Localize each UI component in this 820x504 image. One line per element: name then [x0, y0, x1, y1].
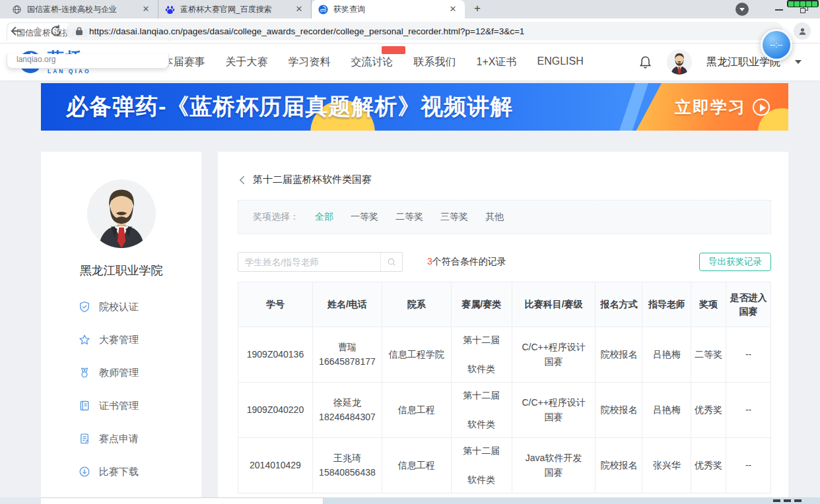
column-header: 院系 — [382, 282, 451, 327]
column-header: 奖项 — [691, 282, 726, 327]
sidebar-item-label: 证书管理 — [99, 400, 139, 412]
browser-tab-3-active[interactable]: 获奖查询 ✕ — [312, 0, 465, 18]
table-cell: Java软件开发国赛 — [512, 438, 596, 493]
main-panel: 第十二届蓝桥杯软件类国赛 奖项选择： 全部 一等奖 二等奖 三等奖 其他 3个符… — [218, 152, 788, 504]
tab-search-button[interactable] — [735, 3, 749, 16]
nav-forum[interactable]: 交流讨论 — [351, 55, 393, 69]
sidebar-item-school-cert[interactable]: 院校认证 — [41, 290, 201, 323]
column-header: 赛属/赛类 — [451, 282, 512, 327]
sidebar-item-teacher-mgmt[interactable]: 教师管理 — [41, 356, 201, 389]
browser-profile-button[interactable] — [794, 22, 811, 40]
browser-status-bubble — [41, 497, 324, 504]
sidebar-item-certificate-mgmt[interactable]: 证书管理 — [41, 389, 201, 422]
table-cell: 王兆琦15840856438 — [312, 438, 382, 493]
user-avatar[interactable] — [667, 49, 692, 75]
table-header-row: 学号姓名/电话院系赛属/赛类比赛科目/赛级报名方式指导老师奖项是否进入国赛 — [238, 282, 771, 327]
chevron-down-icon[interactable] — [795, 60, 802, 64]
search-button[interactable] — [380, 253, 402, 271]
column-header: 是否进入国赛 — [726, 282, 771, 327]
sidebar: 黑龙江职业学院 院校认证 大赛管理 教师管理 证书管理 赛点申请 — [41, 152, 201, 504]
table-cell: 第十二届软件类 — [451, 438, 512, 493]
nav-contact[interactable]: 联系我们 — [414, 55, 456, 69]
reload-icon[interactable] — [49, 24, 63, 38]
tab-title: 蓝桥杯大赛官网_百度搜索 — [180, 4, 289, 15]
globe-icon — [12, 5, 22, 15]
table-cell: 院校报名 — [596, 438, 642, 493]
baidu-icon — [165, 5, 175, 15]
browser-tab-1[interactable]: 国信蓝桥-连接高校与企业 ✕ — [5, 0, 158, 18]
filter-option-all[interactable]: 全部 — [315, 211, 333, 223]
shield-check-icon — [79, 301, 90, 313]
search-input[interactable] — [238, 257, 380, 267]
table-cell: 吕艳梅 — [642, 327, 691, 383]
column-header: 学号 — [238, 282, 313, 327]
search-icon — [387, 257, 397, 267]
award-filter-bar: 奖项选择： 全部 一等奖 二等奖 三等奖 其他 — [238, 200, 771, 234]
main-nav: 蓝桥杯 本届赛事 关于大赛 学习资料 交流讨论 联系我们 1+X证书 ENGLI… — [111, 55, 584, 69]
awards-table: 学号姓名/电话院系赛属/赛类比赛科目/赛级报名方式指导老师奖项是否进入国赛 19… — [238, 282, 771, 493]
sidebar-item-label: 教师管理 — [99, 367, 139, 379]
battery-indicator — [787, 0, 819, 7]
nav-study-materials[interactable]: 学习资料 — [289, 55, 331, 69]
filter-option-other[interactable]: 其他 — [485, 211, 504, 223]
sidebar-item-label: 赛点申请 — [99, 433, 139, 445]
certificate-book-icon — [79, 400, 90, 412]
table-cell: -- — [726, 327, 771, 383]
new-tab-button[interactable]: + — [469, 1, 486, 18]
sidebar-item-competition-mgmt[interactable]: 大赛管理 — [41, 323, 201, 356]
filter-option-first-prize[interactable]: 一等奖 — [351, 211, 378, 223]
caret-down-icon — [739, 8, 745, 11]
table-cell: 2014010429 — [238, 438, 313, 493]
document-apply-icon — [79, 433, 90, 445]
back-icon[interactable] — [9, 24, 24, 38]
nav-1x-cert[interactable]: 1+X证书 — [477, 55, 517, 69]
nav-about[interactable]: 关于大赛 — [226, 55, 268, 69]
person-icon — [798, 26, 807, 36]
tab-close-icon[interactable]: ✕ — [448, 4, 458, 15]
tab-title: 获奖查询 — [333, 4, 442, 15]
forward-icon[interactable] — [29, 24, 44, 38]
filter-label: 奖项选择： — [253, 211, 299, 223]
bottom-strip — [0, 497, 820, 504]
record-count-number: 3 — [427, 256, 432, 267]
window-minimize-button[interactable] — [775, 9, 783, 11]
table-cell: 第十二届软件类 — [451, 383, 512, 438]
sidebar-item-venue-application[interactable]: 赛点申请 — [41, 422, 201, 455]
browser-toolbar: 国信蓝桥-连接高校与企业 lanqiao.org https://dasai.l… — [0, 18, 820, 44]
lanqiao-favicon — [318, 5, 328, 15]
record-count: 3个符合条件的记录 — [427, 256, 506, 268]
nav-english[interactable]: ENGLISH — [537, 55, 583, 69]
school-name: 黑龙江职业学院 — [41, 263, 201, 278]
table-cell: C/C++程序设计国赛 — [512, 327, 596, 383]
column-header: 比赛科目/赛级 — [512, 282, 596, 327]
banner-cta-label: 立即学习 — [675, 96, 746, 118]
table-cell: C/C++程序设计国赛 — [512, 383, 596, 438]
bell-icon[interactable] — [638, 55, 652, 69]
floating-timer-widget[interactable]: --:-- — [761, 29, 792, 61]
browser-tab-strip: 国信蓝桥-连接高校与企业 ✕ 蓝桥杯大赛官网_百度搜索 ✕ 获奖查询 ✕ + — [0, 0, 820, 18]
tab-close-icon[interactable]: ✕ — [294, 4, 304, 15]
nav-red-badge — [382, 46, 405, 54]
browser-tab-2[interactable]: 蓝桥杯大赛官网_百度搜索 ✕ — [158, 0, 312, 18]
table-cell: 院校报名 — [596, 383, 642, 438]
chevron-left-icon[interactable] — [238, 175, 247, 185]
export-awards-button[interactable]: 导出获奖记录 — [699, 253, 771, 271]
table-cell: 曹瑞16645878177 — [312, 327, 382, 383]
filter-option-third-prize[interactable]: 三等奖 — [440, 211, 468, 223]
banner-cta-button[interactable]: 立即学习 — [675, 96, 770, 118]
table-cell: 优秀奖 — [691, 438, 726, 493]
school-avatar — [87, 179, 156, 248]
sidebar-item-competition-download[interactable]: 比赛下载 — [41, 455, 201, 488]
promo-banner[interactable]: 必备弹药-《蓝桥杯历届真题解析》视频讲解 立即学习 — [41, 83, 788, 131]
taskbar-edge — [324, 497, 820, 504]
url-text: https://dasai.lanqiao.cn/pages/dasai/col… — [89, 26, 524, 36]
tab-close-icon[interactable]: ✕ — [141, 4, 151, 15]
taskbar-clock-fragment — [773, 499, 802, 502]
record-count-text: 个符合条件的记录 — [432, 256, 506, 267]
bottom-strip-left — [0, 497, 41, 504]
nav-current-events[interactable]: 本届赛事 — [163, 55, 205, 69]
table-cell: 信息工程学院 — [382, 327, 451, 383]
filter-option-second-prize[interactable]: 二等奖 — [395, 211, 423, 223]
column-header: 报名方式 — [596, 282, 642, 327]
address-bar[interactable]: https://dasai.lanqiao.cn/pages/dasai/col… — [66, 22, 783, 40]
